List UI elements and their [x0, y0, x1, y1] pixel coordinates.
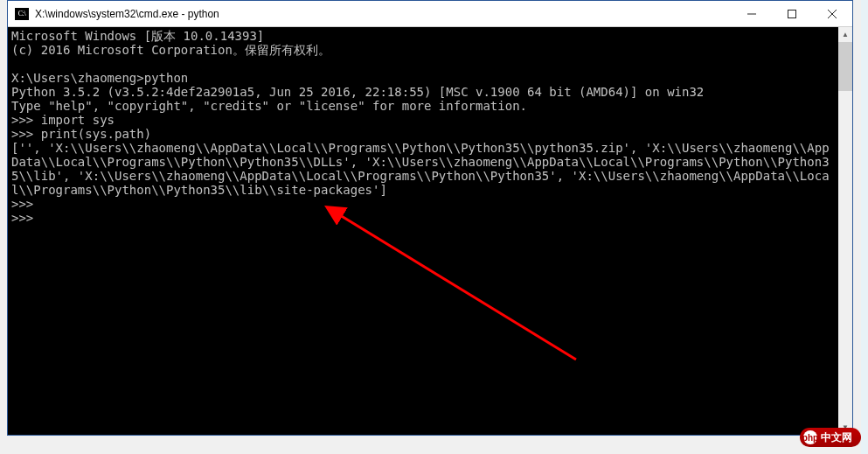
titlebar[interactable]: C:\ X:\windows\system32\cmd.exe - python [8, 1, 852, 27]
minimize-button[interactable] [732, 1, 772, 26]
window-controls [732, 1, 852, 26]
window-title: X:\windows\system32\cmd.exe - python [35, 8, 732, 20]
scrollbar-up-arrow[interactable]: ▲ [838, 27, 852, 42]
maximize-button[interactable] [772, 1, 812, 26]
watermark-badge: php 中文网 [800, 428, 861, 447]
scrollbar-thumb[interactable] [838, 42, 852, 91]
cmd-icon: C:\ [15, 8, 29, 20]
close-button[interactable] [812, 1, 852, 26]
badge-prefix: php [803, 430, 817, 444]
badge-text: 中文网 [821, 430, 852, 445]
svg-rect-1 [788, 10, 796, 17]
console-output[interactable]: Microsoft Windows [版本 10.0.14393] (c) 20… [8, 27, 838, 435]
background-strip [861, 0, 868, 454]
cmd-window: C:\ X:\windows\system32\cmd.exe - python… [7, 0, 853, 436]
console-area: Microsoft Windows [版本 10.0.14393] (c) 20… [8, 27, 852, 435]
vertical-scrollbar[interactable]: ▲ ▼ [838, 27, 852, 435]
